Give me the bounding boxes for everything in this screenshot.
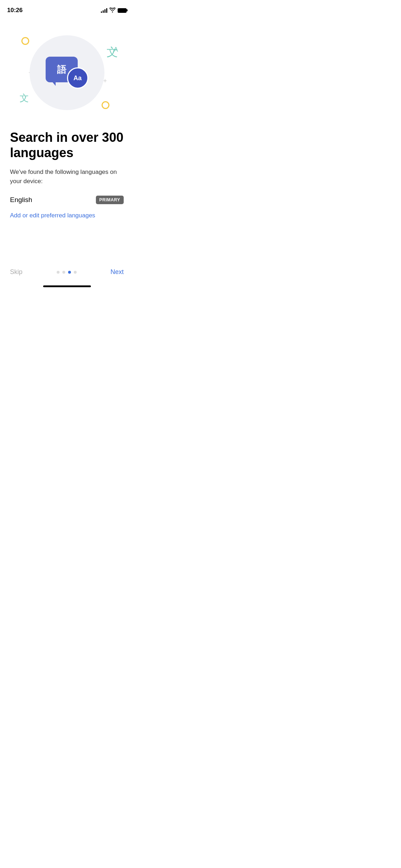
svg-text:A: A (114, 46, 118, 53)
content-area: Search in over 300 languages We've found… (0, 119, 134, 219)
bubble-char: 語 (57, 65, 66, 74)
dot-1 (57, 271, 60, 274)
next-button[interactable]: Next (110, 265, 124, 279)
add-languages-link[interactable]: Add or edit preferred languages (10, 212, 95, 219)
deco-translate-top-right-icon: 文 A (107, 46, 120, 61)
main-circle: 語 Aa (30, 35, 104, 110)
main-title: Search in over 300 languages (10, 130, 124, 160)
bottom-navigation: Skip Next (0, 265, 134, 279)
dot-4 (74, 271, 77, 274)
status-time: 10:26 (7, 7, 22, 14)
svg-text:文: 文 (20, 93, 29, 103)
primary-badge: PRIMARY (96, 196, 124, 204)
language-name: English (10, 196, 32, 204)
translation-icon: 語 Aa (46, 57, 88, 89)
deco-translate-bottom-left-icon: 文 (20, 93, 31, 105)
deco-circle-yellow-2 (102, 101, 109, 109)
illustration-area: 文 A 文 + + 語 Aa (0, 26, 134, 119)
status-bar: 10:26 (0, 0, 134, 16)
subtitle-text: We've found the following languages on y… (10, 167, 124, 186)
deco-circle-yellow (21, 37, 29, 45)
status-icons (101, 7, 127, 14)
page-dots (57, 271, 77, 274)
dot-3-active (68, 271, 71, 274)
bubble-aa: Aa (73, 74, 82, 82)
battery-icon (118, 8, 127, 13)
home-indicator (43, 285, 91, 287)
wifi-icon (109, 7, 115, 14)
speech-bubble-dark: Aa (67, 67, 88, 89)
skip-button[interactable]: Skip (10, 265, 22, 279)
dot-2 (62, 271, 65, 274)
signal-bars-icon (101, 8, 107, 13)
language-row: English PRIMARY (10, 196, 124, 204)
